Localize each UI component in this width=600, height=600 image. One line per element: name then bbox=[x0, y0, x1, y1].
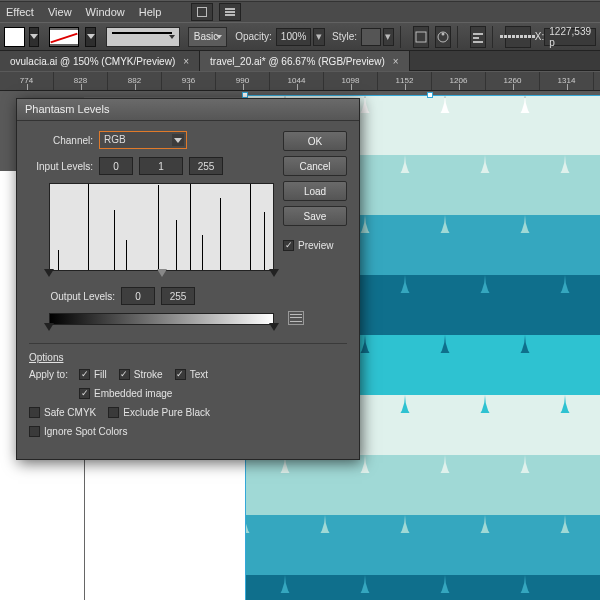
save-button[interactable]: Save bbox=[283, 206, 347, 226]
fill-checkbox[interactable]: Fill bbox=[79, 369, 107, 380]
channel-select[interactable]: RGB bbox=[99, 131, 187, 149]
input-high-field[interactable]: 255 bbox=[189, 157, 223, 175]
stroke-swatch-menu[interactable] bbox=[85, 27, 95, 47]
fill-swatch-menu[interactable] bbox=[29, 27, 39, 47]
opacity-input[interactable]: 100% bbox=[276, 28, 312, 46]
close-icon[interactable]: × bbox=[393, 56, 399, 67]
transform-icon[interactable] bbox=[505, 26, 531, 48]
text-checkbox[interactable]: Text bbox=[175, 369, 208, 380]
menu-bar: Effect View Window Help bbox=[0, 0, 600, 22]
input-mid-field[interactable]: 1 bbox=[139, 157, 183, 175]
horizontal-ruler: 7748288829369901044109811521206126013141… bbox=[0, 71, 600, 91]
x-label: X: bbox=[535, 31, 544, 42]
tab-travel20[interactable]: travel_20.ai* @ 66.67% (RGB/Preview)× bbox=[200, 51, 410, 71]
output-slider[interactable] bbox=[49, 325, 274, 335]
ignorespot-checkbox[interactable]: Ignore Spot Colors bbox=[29, 426, 127, 437]
apply-to-label: Apply to: bbox=[29, 369, 79, 380]
embedded-checkbox[interactable]: Embedded image bbox=[79, 388, 172, 399]
menu-effect[interactable]: Effect bbox=[6, 6, 34, 18]
svg-rect-0 bbox=[416, 32, 426, 42]
brush-definition-dropdown[interactable] bbox=[106, 27, 180, 47]
dialog-button-column: OK Cancel Load Save Preview bbox=[283, 131, 347, 251]
doc-setup-icon[interactable] bbox=[413, 26, 429, 48]
stroke-profile-dropdown[interactable]: Basic bbox=[188, 27, 227, 47]
excludeblack-checkbox[interactable]: Exclude Pure Black bbox=[108, 407, 210, 418]
output-high-field[interactable]: 255 bbox=[161, 287, 195, 305]
options-bar: Basic Opacity: 100% ▾ Style: ▾ X: 1227,5… bbox=[0, 22, 600, 51]
options-heading: Options bbox=[29, 352, 347, 363]
align-icon[interactable] bbox=[470, 26, 486, 48]
svg-rect-5 bbox=[473, 41, 483, 43]
x-coord-input[interactable]: 1227,539 p bbox=[544, 28, 596, 46]
menu-window[interactable]: Window bbox=[86, 6, 125, 18]
output-gradient bbox=[49, 313, 274, 325]
style-menu-icon[interactable]: ▾ bbox=[383, 28, 395, 46]
svg-rect-4 bbox=[473, 37, 479, 39]
histogram bbox=[49, 183, 274, 271]
output-low-field[interactable]: 0 bbox=[121, 287, 155, 305]
stroke-checkbox[interactable]: Stroke bbox=[119, 369, 163, 380]
recolor-icon[interactable] bbox=[435, 26, 451, 48]
arrange-docs-icon[interactable] bbox=[191, 3, 213, 21]
opacity-stepper-icon[interactable]: ▾ bbox=[313, 28, 325, 46]
fill-swatch[interactable] bbox=[4, 27, 25, 47]
dialog-title[interactable]: Phantasm Levels bbox=[17, 99, 359, 121]
preview-checkbox[interactable]: Preview bbox=[283, 240, 335, 251]
cancel-button[interactable]: Cancel bbox=[283, 156, 347, 176]
svg-point-2 bbox=[442, 32, 445, 35]
input-levels-label: Input Levels: bbox=[29, 161, 99, 172]
layout-grid-icon[interactable] bbox=[219, 3, 241, 21]
options-menu-icon[interactable] bbox=[288, 311, 304, 325]
svg-rect-3 bbox=[473, 33, 483, 35]
load-button[interactable]: Load bbox=[283, 181, 347, 201]
phantasm-levels-dialog: Phantasm Levels OK Cancel Load Save Prev… bbox=[16, 98, 360, 460]
opacity-label: Opacity: bbox=[235, 31, 272, 42]
style-label: Style: bbox=[332, 31, 357, 42]
input-slider[interactable] bbox=[49, 271, 274, 281]
menu-help[interactable]: Help bbox=[139, 6, 162, 18]
ok-button[interactable]: OK bbox=[283, 131, 347, 151]
output-levels-label: Output Levels: bbox=[29, 291, 121, 302]
close-icon[interactable]: × bbox=[183, 56, 189, 67]
safecmyk-checkbox[interactable]: Safe CMYK bbox=[29, 407, 96, 418]
stroke-swatch[interactable] bbox=[49, 27, 79, 47]
menu-view[interactable]: View bbox=[48, 6, 72, 18]
channel-label: Channel: bbox=[29, 135, 99, 146]
style-swatch[interactable] bbox=[361, 28, 381, 46]
document-tab-bar: ovulacia.ai @ 150% (CMYK/Preview)× trave… bbox=[0, 51, 600, 71]
tab-ovulacia[interactable]: ovulacia.ai @ 150% (CMYK/Preview)× bbox=[0, 51, 200, 71]
input-low-field[interactable]: 0 bbox=[99, 157, 133, 175]
